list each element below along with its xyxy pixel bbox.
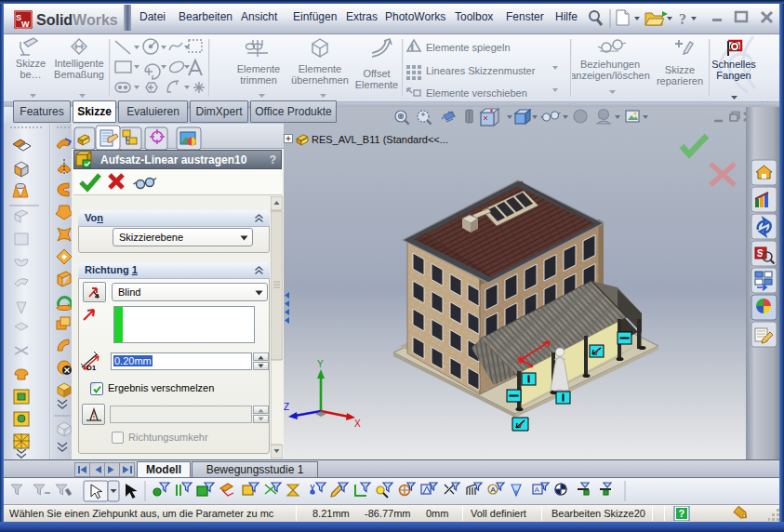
svg-text:?: ? (679, 11, 686, 27)
svg-text:A: A (535, 485, 540, 494)
svg-text:!: ! (411, 43, 414, 52)
svg-text:?: ? (679, 508, 685, 519)
svg-text:W: W (21, 20, 30, 29)
svg-text:Z: Z (284, 402, 289, 412)
svg-text:A: A (491, 485, 497, 494)
svg-text:D1: D1 (86, 364, 97, 371)
svg-text:RES_AVL_B11 (Standard<<...: RES_AVL_B11 (Standard<<... (312, 134, 448, 145)
svg-text:SolidWorks: SolidWorks (36, 12, 118, 28)
svg-text:Y: Y (317, 359, 324, 369)
svg-text:X: X (354, 419, 361, 429)
